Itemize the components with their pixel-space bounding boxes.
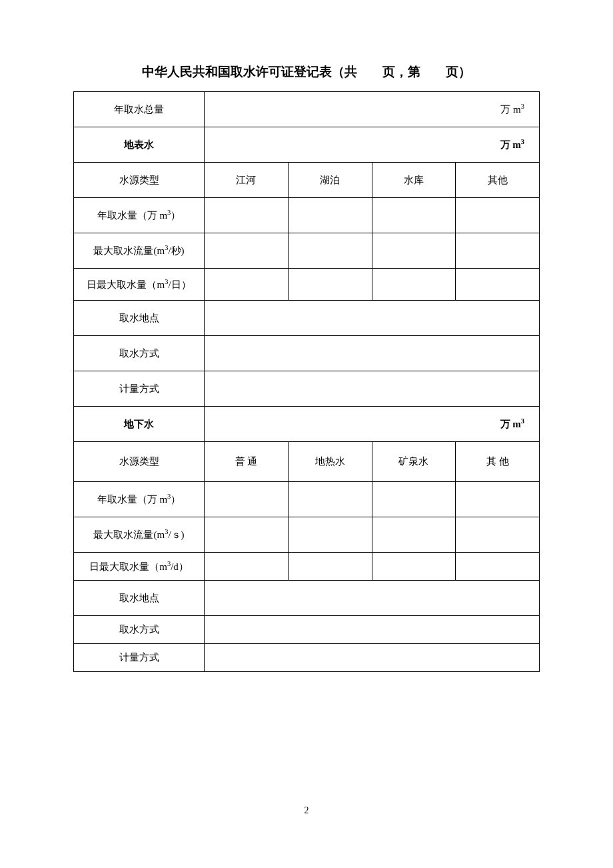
- row-intake-location-label: 取水地点: [74, 301, 205, 336]
- col-other-ground: 其 他: [456, 442, 540, 482]
- row-groundwater-value: 万 m3: [205, 407, 540, 442]
- cell-blank: [205, 482, 289, 517]
- cell-blank: [456, 269, 540, 301]
- col-river: 江河: [205, 163, 289, 198]
- cell-blank: [372, 233, 456, 269]
- cell-blank: [372, 269, 456, 301]
- cell-blank: [288, 482, 372, 517]
- row-measure-method-ground-label: 计量方式: [74, 644, 205, 672]
- row-intake-method-label: 取水方式: [74, 336, 205, 371]
- col-mineral: 矿泉水: [372, 442, 456, 482]
- cell-blank: [205, 553, 289, 581]
- col-lake: 湖泊: [288, 163, 372, 198]
- row-groundwater-label: 地下水: [74, 407, 205, 442]
- row-annual-intake-ground-label: 年取水量（万 m3）: [74, 482, 205, 517]
- cell-blank: [205, 198, 289, 233]
- row-surface-water-label: 地表水: [74, 127, 205, 163]
- row-annual-total-label: 年取水总量: [74, 92, 205, 127]
- row-source-type-label: 水源类型: [74, 163, 205, 198]
- row-daily-max-day-label: 日最大取水量（m3/日）: [74, 269, 205, 301]
- cell-blank: [288, 233, 372, 269]
- row-intake-method-ground-label: 取水方式: [74, 616, 205, 644]
- row-surface-water-value: 万 m3: [205, 127, 540, 163]
- cell-blank: [456, 517, 540, 553]
- cell-blank: [205, 644, 540, 672]
- row-source-type-ground-label: 水源类型: [74, 442, 205, 482]
- cell-blank: [456, 198, 540, 233]
- cell-blank: [205, 301, 540, 336]
- cell-blank: [372, 482, 456, 517]
- row-max-flow-s-label: 最大取水流量(m3/ｓ): [74, 517, 205, 553]
- registration-table: 年取水总量 万 m3 地表水 万 m3 水源类型 江河 湖泊 水库 其他 年取水…: [73, 91, 540, 672]
- page-title: 中华人民共和国取水许可证登记表（共 页，第 页）: [73, 63, 540, 81]
- cell-blank: [205, 616, 540, 644]
- col-other-surface: 其他: [456, 163, 540, 198]
- cell-blank: [288, 517, 372, 553]
- cell-blank: [456, 482, 540, 517]
- cell-blank: [205, 233, 289, 269]
- cell-blank: [456, 553, 540, 581]
- cell-blank: [456, 233, 540, 269]
- cell-blank: [288, 269, 372, 301]
- row-intake-location-ground-label: 取水地点: [74, 581, 205, 616]
- cell-blank: [288, 198, 372, 233]
- cell-blank: [372, 517, 456, 553]
- row-annual-total-value: 万 m3: [205, 92, 540, 127]
- cell-blank: [205, 371, 540, 407]
- cell-blank: [372, 553, 456, 581]
- cell-blank: [205, 336, 540, 371]
- col-ordinary: 普 通: [205, 442, 289, 482]
- col-reservoir: 水库: [372, 163, 456, 198]
- cell-blank: [205, 269, 289, 301]
- row-annual-intake-label: 年取水量（万 m3）: [74, 198, 205, 233]
- cell-blank: [205, 517, 289, 553]
- col-geothermal: 地热水: [288, 442, 372, 482]
- page-number: 2: [0, 805, 613, 816]
- cell-blank: [205, 581, 540, 616]
- row-measure-method-label: 计量方式: [74, 371, 205, 407]
- row-daily-max-d-label: 日最大取水量（m3/d）: [74, 553, 205, 581]
- cell-blank: [288, 553, 372, 581]
- row-max-flow-sec-label: 最大取水流量(m3/秒): [74, 233, 205, 269]
- cell-blank: [372, 198, 456, 233]
